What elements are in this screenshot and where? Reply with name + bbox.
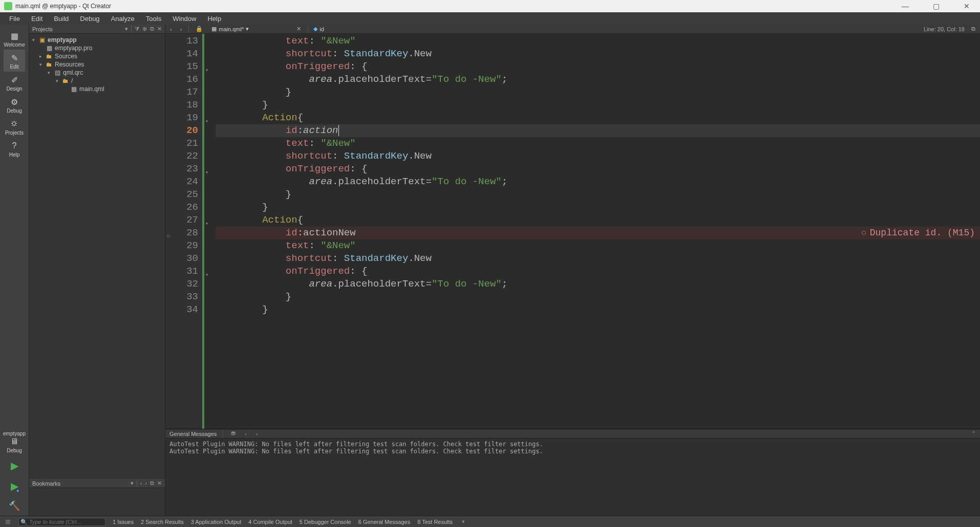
chevron-down-icon[interactable]: ▾ <box>56 78 62 83</box>
menu-tools[interactable]: Tools <box>141 14 166 24</box>
lock-icon[interactable]: 🔒 <box>194 26 204 32</box>
menu-analyze[interactable]: Analyze <box>106 14 140 24</box>
code-line[interactable]: text: "&New" <box>216 239 980 252</box>
output-pane-button[interactable]: 3 Application Output <box>191 519 241 525</box>
mode-welcome[interactable]: ▦Welcome <box>4 28 25 50</box>
close-file-button[interactable]: ✕ <box>295 26 303 32</box>
code-line[interactable]: } <box>216 99 980 112</box>
split-icon[interactable]: ⧉ <box>150 26 154 33</box>
nav-back-button[interactable]: ‹ <box>168 26 174 32</box>
code-line[interactable]: } <box>216 303 980 316</box>
messages-body[interactable]: AutoTest Plugin WARNING: No files left a… <box>165 438 980 516</box>
code-line[interactable]: id:actionNew○Duplicate id. (M15) <box>216 227 980 239</box>
chevron-down-icon[interactable]: ▾ <box>39 62 46 67</box>
line-number[interactable]: 20 <box>165 124 202 137</box>
code-line[interactable]: Action{ <box>216 112 980 124</box>
output-pane-button[interactable]: 5 Debugger Console <box>300 519 351 525</box>
run-button[interactable]: ▶ <box>11 459 18 472</box>
tree-pro-file[interactable]: ▦ emptyapp.pro <box>29 44 165 52</box>
chevron-down-icon[interactable]: ▾ <box>32 37 38 42</box>
mode-help[interactable]: ?Help <box>4 138 25 160</box>
run-debug-button[interactable]: ▶● <box>11 480 18 492</box>
chevron-down-icon[interactable]: ▾ <box>48 70 54 75</box>
code-line[interactable]: area.placeholderText="To do -New"; <box>216 175 980 188</box>
output-pane-button[interactable]: 6 General Messages <box>358 519 411 525</box>
menu-build[interactable]: Build <box>49 14 74 24</box>
code-line[interactable]: shortcut: StandardKey.New <box>216 48 980 60</box>
menu-edit[interactable]: Edit <box>26 14 48 24</box>
close-sidebar-icon[interactable]: ✕ <box>157 26 162 33</box>
line-number[interactable]: 33 <box>165 291 202 303</box>
line-number[interactable]: 17 <box>165 86 202 99</box>
code-editor[interactable]: ○ 13141516171819202122232425262728293031… <box>165 34 980 429</box>
code-line[interactable]: shortcut: StandardKey.New <box>216 252 980 265</box>
tree-qrc[interactable]: ▾ ▤ qml.qrc <box>29 69 165 77</box>
nav-fwd-button[interactable]: › <box>179 26 184 32</box>
menu-help[interactable]: Help <box>202 14 226 24</box>
code-line[interactable]: } <box>216 291 980 303</box>
line-number[interactable]: 15 <box>165 60 202 73</box>
line-number[interactable]: 25 <box>165 188 202 201</box>
split-icon[interactable]: ⧉ <box>150 480 154 487</box>
tree-slash[interactable]: ▾ 🖿 / <box>29 77 165 85</box>
symbol-selector[interactable]: ◆ id <box>313 26 324 32</box>
maximize-button[interactable]: ▢ <box>927 2 945 10</box>
code-line[interactable]: } <box>216 86 980 99</box>
tree-resources[interactable]: ▾ 🖿 Resources <box>29 60 165 69</box>
sync-icon[interactable]: ⊕ <box>142 26 147 33</box>
code-line[interactable]: text: "&New" <box>216 137 980 150</box>
output-pane-button[interactable]: 1 Issues <box>113 519 134 525</box>
gutter[interactable]: ○ 13141516171819202122232425262728293031… <box>165 34 204 429</box>
line-number[interactable]: 23 <box>165 163 202 175</box>
close-icon[interactable]: ✕ <box>157 480 162 487</box>
line-number[interactable]: 22 <box>165 150 202 163</box>
build-button[interactable]: 🔨 <box>9 500 20 512</box>
line-number[interactable]: 18 <box>165 99 202 112</box>
code-line[interactable]: Action{ <box>216 214 980 227</box>
close-button[interactable]: ✕ <box>957 2 976 10</box>
code-line[interactable]: onTriggered: { <box>216 265 980 278</box>
line-number[interactable]: 29 <box>165 239 202 252</box>
menu-window[interactable]: Window <box>167 14 201 24</box>
output-pane-button[interactable]: 2 Search Results <box>141 519 184 525</box>
line-number[interactable]: 34 <box>165 303 202 316</box>
line-number[interactable]: 14 <box>165 48 202 60</box>
minimize-button[interactable]: — <box>896 2 914 10</box>
output-pane-button[interactable]: 4 Compile Output <box>248 519 292 525</box>
chevron-right-icon[interactable]: ▸ <box>39 54 46 59</box>
code-line[interactable]: onTriggered: { <box>216 60 980 73</box>
locate-input[interactable] <box>18 518 105 526</box>
line-number[interactable]: 19 <box>165 112 202 124</box>
line-number[interactable]: 26 <box>165 201 202 214</box>
mode-debug[interactable]: ⚙Debug <box>4 94 25 116</box>
menu-debug[interactable]: Debug <box>75 14 104 24</box>
menu-file[interactable]: File <box>4 14 25 24</box>
funnel-icon[interactable]: ⧩ <box>135 26 139 33</box>
code-line[interactable]: text: "&New" <box>216 35 980 48</box>
code-line[interactable]: area.placeholderText="To do -New"; <box>216 278 980 291</box>
kit-selector[interactable]: emptyapp 🖥 Debug <box>0 428 29 455</box>
prev-icon[interactable]: ‹ <box>140 480 142 487</box>
toggle-sidebar-button[interactable]: ▥ <box>4 518 11 525</box>
filter-icon[interactable]: ▾ <box>131 480 134 487</box>
error-annotation[interactable]: ○Duplicate id. (M15) <box>861 227 975 239</box>
code-line[interactable]: id:action <box>216 124 980 137</box>
line-number[interactable]: 28 <box>165 227 202 239</box>
mode-design[interactable]: ✐Design <box>4 72 25 94</box>
line-number[interactable]: 31 <box>165 265 202 278</box>
line-number[interactable]: 24 <box>165 175 202 188</box>
code-line[interactable]: onTriggered: { <box>216 163 980 175</box>
code-line[interactable]: shortcut: StandardKey.New <box>216 150 980 163</box>
split-icon[interactable]: ⧉ <box>970 26 977 32</box>
filter-icon[interactable]: ▾ <box>125 26 128 33</box>
code-line[interactable]: area.placeholderText="To do -New"; <box>216 73 980 86</box>
tree-main-qml[interactable]: ▦ main.qml <box>29 85 165 93</box>
file-selector[interactable]: ▦ main.qml* ▾ <box>209 26 290 32</box>
collapse-button[interactable]: ⌃ <box>971 430 976 437</box>
next-icon[interactable]: › <box>145 480 147 487</box>
line-number[interactable]: 13 <box>165 35 202 48</box>
line-number[interactable]: 30 <box>165 252 202 265</box>
chevron-down-icon[interactable]: ▾ <box>460 518 467 525</box>
filter-icon[interactable]: ⛃ <box>229 430 237 437</box>
code-line[interactable]: } <box>216 188 980 201</box>
